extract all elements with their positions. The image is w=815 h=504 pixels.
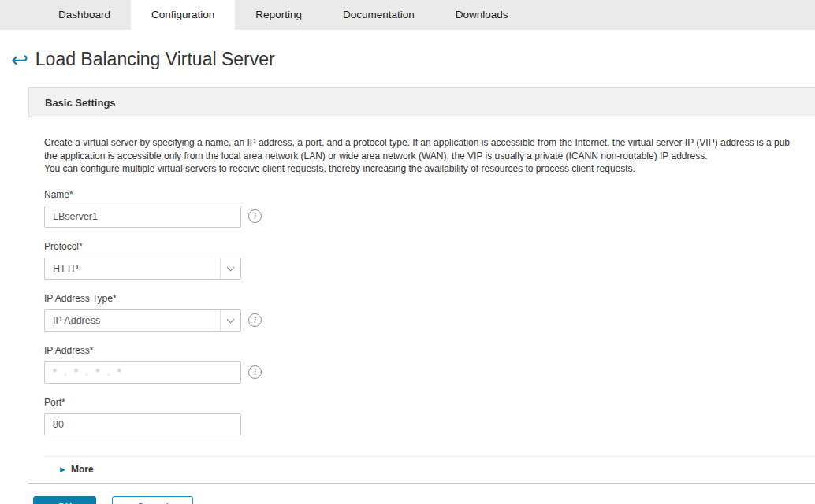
- tab-documentation[interactable]: Documentation: [322, 0, 435, 30]
- field-port: Port*: [44, 397, 815, 435]
- field-ip-address-type: IP Address Type* IP Address i: [44, 293, 815, 332]
- protocol-select[interactable]: HTTP: [44, 258, 241, 280]
- name-input[interactable]: [44, 206, 241, 228]
- ip-address-type-select[interactable]: IP Address: [44, 309, 241, 332]
- info-icon[interactable]: i: [248, 365, 262, 379]
- ok-button[interactable]: OK: [33, 496, 96, 504]
- ip-address-type-selected-value: IP Address: [45, 315, 100, 326]
- basic-settings-panel: Basic Settings Create a virtual server b…: [28, 87, 815, 484]
- ip-address-type-label: IP Address Type*: [44, 293, 815, 304]
- ip-address-masked-value: * . * . * . *: [45, 367, 124, 378]
- port-label: Port*: [44, 397, 815, 408]
- tab-downloads[interactable]: Downloads: [435, 0, 529, 30]
- more-expander[interactable]: ▶ More: [44, 456, 815, 483]
- description-line: the application is accessible only from …: [44, 150, 815, 163]
- expand-arrow-icon: ▶: [60, 465, 65, 473]
- ip-address-input[interactable]: * . * . * . *: [44, 361, 241, 384]
- action-bar: OK Cancel: [33, 496, 815, 504]
- more-label: More: [71, 464, 94, 475]
- back-arrow-icon[interactable]: ↩: [11, 50, 28, 70]
- protocol-label: Protocol*: [44, 241, 815, 252]
- page-header: ↩ Load Balancing Virtual Server: [11, 49, 815, 70]
- protocol-selected-value: HTTP: [45, 263, 79, 274]
- top-nav: Dashboard Configuration Reporting Docume…: [0, 0, 815, 30]
- description-line: Create a virtual server by specifying a …: [44, 136, 815, 150]
- page-title: Load Balancing Virtual Server: [35, 49, 275, 70]
- panel-header: Basic Settings: [28, 87, 815, 117]
- name-label: Name*: [44, 189, 815, 200]
- panel-body: Create a virtual server by specifying a …: [28, 117, 815, 483]
- port-input[interactable]: [44, 413, 241, 435]
- tab-configuration[interactable]: Configuration: [131, 0, 235, 30]
- description-text: Create a virtual server by specifying a …: [44, 136, 815, 176]
- tab-dashboard[interactable]: Dashboard: [38, 0, 131, 30]
- field-name: Name* i: [44, 189, 815, 228]
- chevron-down-icon: [220, 258, 240, 279]
- description-line: You can configure multiple virtual serve…: [44, 162, 815, 176]
- field-protocol: Protocol* HTTP: [44, 241, 815, 280]
- tab-reporting[interactable]: Reporting: [235, 0, 322, 30]
- ip-address-label: IP Address*: [44, 345, 815, 356]
- cancel-button[interactable]: Cancel: [112, 496, 193, 504]
- info-icon[interactable]: i: [248, 313, 262, 327]
- field-ip-address: IP Address* * . * . * . * i: [44, 345, 815, 384]
- chevron-down-icon: [220, 310, 240, 331]
- info-icon[interactable]: i: [248, 209, 262, 223]
